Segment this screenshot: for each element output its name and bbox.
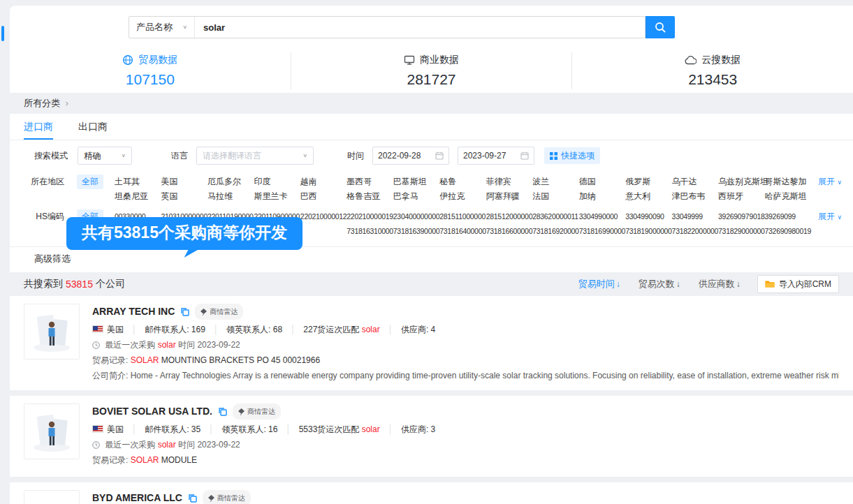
search-button[interactable] [646,16,675,38]
region-option[interactable]: 法国 [532,189,578,204]
region-option[interactable]: 阿塞拜疆 [486,189,532,204]
company-name[interactable]: ARRAY TECH INC [92,305,175,318]
hs-code-option[interactable]: 731816390000 [393,224,439,239]
region-option[interactable]: 巴西 [300,189,347,204]
search-input[interactable] [195,17,645,38]
hs-code-option[interactable]: 230400000000 [393,209,439,224]
hs-code-option[interactable]: 281512000000 [486,209,532,224]
hs-code-option[interactable]: 281511000000 [439,209,486,224]
tab-importers[interactable]: 进口商 [24,114,53,140]
region-option[interactable]: 墨西哥 [347,175,393,189]
date-to-input[interactable]: 2023-09-27 [458,147,534,165]
hs-code-option[interactable]: 731816310000 [347,224,393,239]
region-option[interactable]: 波兰 [532,175,578,189]
company-thumbnail[interactable] [24,403,80,459]
region-option[interactable]: 马拉维 [207,189,254,204]
hs-code-option[interactable]: 732690980019 [765,224,811,239]
region-option[interactable]: 巴基斯坦 [393,175,439,189]
scroll-indicator[interactable] [1,26,4,41]
hs-code-option[interactable]: 731816990000 [579,224,625,239]
region-option[interactable]: 哈萨克斯坦 [765,189,811,204]
hs-code-option[interactable]: 731816400000 [439,224,486,239]
hs-code-option[interactable]: 731819000000 [625,224,671,239]
tab-trade-data[interactable]: 贸易数据 107150 [10,52,291,89]
hs-code-option[interactable]: 731816600000 [486,224,532,239]
hs-code-option[interactable]: 3304990090 [625,209,671,224]
hs-code-option[interactable]: 731816920000 [532,224,578,239]
search-mode-select[interactable]: 精确 ∨ [78,147,132,165]
language-select[interactable]: 请选择翻译语言 ∨ [196,147,314,165]
region-option[interactable]: 格鲁吉亚 [347,189,393,204]
hs-code-option[interactable]: 731822000000 [672,224,718,239]
search-panel: 产品名称 ∨ 贸易数据 107150 [10,6,853,93]
region-option[interactable]: 意大利 [625,189,671,204]
tab-exporters[interactable]: 出口商 [78,114,108,140]
car-photo [24,491,79,504]
region-option[interactable]: 乌干达 [672,175,718,189]
region-option[interactable]: 乌兹别克斯坦 [718,175,764,189]
region-option[interactable]: 西班牙 [718,189,764,204]
purchase-keyword: solar [158,340,176,350]
company-thumbnail[interactable] [24,304,80,360]
clock-icon [92,341,100,349]
sort-supplier-count[interactable]: 供应商数↓ [699,278,741,290]
import-crm-button[interactable]: 导入内部CRM [757,275,839,293]
radar-badge[interactable]: 商情雷达 [203,490,251,504]
company-thumbnail[interactable] [24,490,80,504]
region-option[interactable]: 俄罗斯 [625,175,671,189]
company-name[interactable]: BOVIET SOLAR USA LTD. [92,405,212,418]
stat-label: 商业数据 [420,54,459,66]
region-expand-link[interactable]: 展开 ∨ [818,176,842,188]
linkedin-contacts-label: 领英联系人: [226,325,273,334]
hs-code-option[interactable]: 3304990000 [579,209,625,224]
region-option[interactable]: 伊拉克 [439,189,486,204]
region-option[interactable]: 菲律宾 [486,175,532,189]
region-option[interactable]: 巴拿马 [393,189,439,204]
quick-options-button[interactable]: 快捷选项 [544,147,600,164]
hs-code-option[interactable]: 39269099 [765,209,811,224]
hs-code-option[interactable]: 220210000019 [347,209,393,224]
kite-icon [238,408,245,415]
region-option[interactable]: 越南 [300,175,347,189]
search-category-dropdown[interactable]: 产品名称 ∨ [129,17,195,38]
company-name[interactable]: BYD AMERICA LLC [92,491,182,504]
copy-icon[interactable] [188,494,197,503]
region-option[interactable]: 哥斯达黎加 [765,175,811,189]
breadcrumb[interactable]: 所有分类 › [10,93,853,114]
region-all-option[interactable]: 全部 [77,175,103,189]
radar-badge[interactable]: 商情雷达 [233,403,281,420]
shipment-match-count: 227货运次匹配 [303,325,359,334]
region-option[interactable]: 美国 [161,175,207,189]
region-option[interactable]: 土耳其 [115,175,161,189]
region-option[interactable]: 斯里兰卡 [254,189,300,204]
hs-expand-link[interactable]: 展开 ∨ [818,211,842,223]
hs-code-option[interactable]: 392690979018 [718,209,764,224]
region-option[interactable]: 英国 [161,189,207,204]
sort-trade-time[interactable]: 贸易时间↓ [578,278,620,290]
copy-icon[interactable] [180,307,189,316]
globe-icon [122,54,133,66]
copy-icon[interactable] [218,407,227,416]
sort-trade-count[interactable]: 贸易次数↓ [639,278,680,290]
person-placeholder-image [24,304,79,359]
last-purchase-line: 最近一次采购 solar 时间 2023-09-22 [92,438,839,452]
region-option[interactable]: 厄瓜多尔 [207,175,254,189]
hs-code-option[interactable]: 33049999 [672,209,718,224]
region-option[interactable]: 加纳 [579,189,625,204]
region-option[interactable]: 秘鲁 [439,175,486,189]
region-option[interactable]: 印度 [254,175,300,189]
tab-business-data[interactable]: 商业数据 281727 [291,52,572,89]
breadcrumb-arrow-icon: › [66,98,68,108]
radar-badge-label: 商情雷达 [217,491,245,504]
radar-badge[interactable]: 商情雷达 [195,304,243,320]
region-option[interactable]: 津巴布韦 [672,189,718,204]
advanced-filter-link[interactable]: 高级筛选 [10,247,71,272]
tab-cloud-search-data[interactable]: 云搜数据 213453 [571,52,853,89]
region-option[interactable]: 坦桑尼亚 [115,189,161,204]
hs-code-option[interactable]: 283620000011 [532,209,578,224]
date-from-input[interactable]: 2022-09-28 [372,147,449,165]
hs-code-option[interactable]: 731829000000 [718,224,764,239]
hs-code-option[interactable]: 220210000012 [300,209,347,224]
region-option[interactable]: 德国 [579,175,625,189]
trade-record-text: MOUNTING BRACKETS PO 45 00021966 [161,355,320,365]
